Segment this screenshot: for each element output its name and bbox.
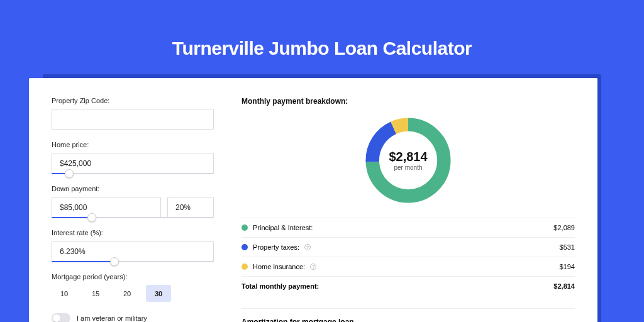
period-option-20[interactable]: 20 bbox=[114, 285, 140, 302]
down-payment-slider[interactable] bbox=[52, 217, 214, 218]
calculator-card: Property Zip Code: Home price: Down paym… bbox=[29, 78, 597, 322]
breakdown-title: Monthly payment breakdown: bbox=[242, 97, 575, 106]
row-label: Home insurance: bbox=[253, 263, 305, 270]
row-value: $2,089 bbox=[553, 224, 575, 231]
total-label: Total monthly payment: bbox=[242, 282, 319, 290]
period-option-30[interactable]: 30 bbox=[146, 285, 171, 302]
veteran-toggle[interactable] bbox=[52, 313, 70, 322]
breakdown-panel: Monthly payment breakdown: $2,814 per mo… bbox=[242, 97, 575, 322]
zip-label: Property Zip Code: bbox=[52, 97, 214, 104]
donut-value: $2,814 bbox=[389, 150, 427, 164]
breakdown-row: Principal & Interest: $2,089 bbox=[242, 218, 575, 237]
veteran-label: I am veteran or military bbox=[77, 314, 147, 322]
down-payment-input[interactable] bbox=[52, 197, 161, 218]
breakdown-row: Property taxes:? $531 bbox=[242, 237, 575, 257]
row-label: Principal & Interest: bbox=[253, 224, 313, 231]
slider-fill bbox=[52, 173, 65, 174]
donut-sub: per month bbox=[394, 164, 422, 171]
row-label: Property taxes: bbox=[253, 243, 299, 251]
period-option-15[interactable]: 15 bbox=[83, 285, 108, 302]
dot-icon bbox=[242, 225, 248, 231]
zip-input[interactable] bbox=[52, 109, 214, 130]
down-payment-pct-input[interactable] bbox=[167, 197, 214, 218]
slider-fill bbox=[52, 217, 87, 218]
down-payment-label: Down payment: bbox=[52, 185, 214, 192]
period-options: 10152030 bbox=[52, 285, 214, 302]
slider-thumb[interactable] bbox=[87, 213, 96, 222]
page-title: Turnerville Jumbo Loan Calculator bbox=[0, 0, 644, 59]
slider-thumb[interactable] bbox=[110, 257, 119, 266]
row-value: $194 bbox=[560, 263, 575, 270]
form-panel: Property Zip Code: Home price: Down paym… bbox=[52, 97, 214, 322]
home-price-label: Home price: bbox=[52, 141, 214, 148]
breakdown-row: Home insurance:? $194 bbox=[242, 257, 575, 276]
interest-slider[interactable] bbox=[52, 261, 214, 262]
info-icon[interactable]: ? bbox=[304, 244, 311, 250]
home-price-slider[interactable] bbox=[52, 173, 214, 174]
slider-thumb[interactable] bbox=[65, 169, 74, 178]
breakdown-total-row: Total monthly payment: $2,814 bbox=[242, 276, 575, 296]
home-price-input[interactable] bbox=[52, 153, 214, 174]
period-option-10[interactable]: 10 bbox=[52, 285, 77, 302]
period-label: Mortgage period (years): bbox=[52, 273, 214, 280]
total-value: $2,814 bbox=[553, 282, 575, 290]
donut-chart: $2,814 per month bbox=[361, 113, 455, 208]
amortization-title: Amortization for mortgage loan bbox=[242, 308, 575, 322]
interest-label: Interest rate (%): bbox=[52, 229, 214, 236]
dot-icon bbox=[242, 244, 248, 250]
row-value: $531 bbox=[560, 243, 575, 251]
dot-icon bbox=[242, 264, 248, 270]
info-icon[interactable]: ? bbox=[310, 264, 316, 270]
interest-input[interactable] bbox=[52, 241, 214, 262]
slider-fill bbox=[52, 261, 110, 262]
